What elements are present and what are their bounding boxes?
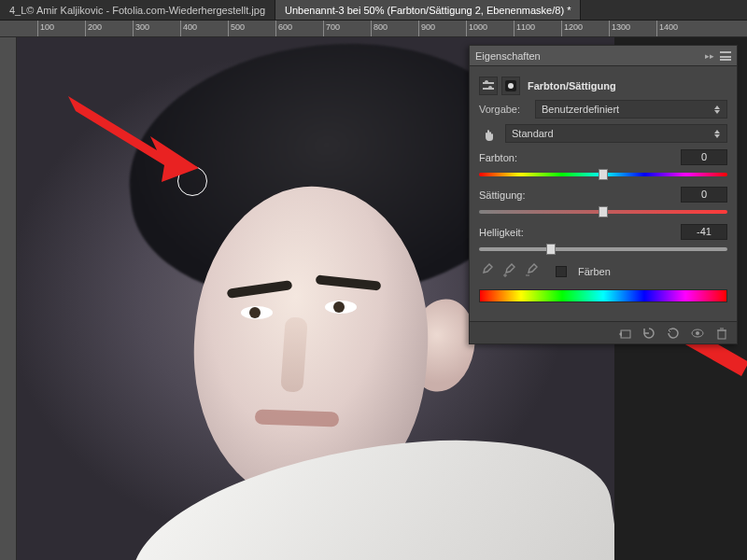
ruler-tick: 300 — [133, 21, 149, 36]
color-range-value: Standard — [512, 128, 554, 139]
svg-rect-2 — [621, 330, 630, 338]
eyedropper-icon[interactable] — [479, 263, 496, 280]
properties-panel: Eigenschaften ▸▸ Farbton/Sättigung Vorga… — [469, 45, 738, 344]
ruler-tick: 1300 — [609, 21, 630, 36]
ruler-tick: 100 — [37, 21, 54, 36]
hue-label: Farbton: — [479, 152, 517, 163]
layer-mask-icon[interactable] — [501, 77, 520, 95]
ruler-tick: 1000 — [466, 21, 487, 36]
lightness-value-input[interactable]: -41 — [681, 224, 727, 240]
preset-select[interactable]: Benutzerdefiniert — [535, 100, 727, 119]
eyedropper-add-icon[interactable] — [501, 263, 518, 280]
ruler-tick: 500 — [228, 21, 245, 36]
svg-rect-5 — [718, 330, 726, 339]
preset-label: Vorgabe: — [479, 104, 535, 115]
eyedropper-subtract-icon[interactable] — [524, 263, 541, 280]
adjustments-icon[interactable] — [479, 77, 498, 95]
tab-active[interactable]: Unbenannt-3 bei 50% (Farbton/Sättigung 2… — [275, 0, 581, 20]
svg-marker-0 — [68, 96, 199, 182]
ruler-vertical — [0, 37, 17, 560]
lightness-slider[interactable] — [479, 243, 727, 256]
clip-to-layer-icon[interactable] — [617, 327, 632, 340]
colorize-label: Färben — [578, 266, 611, 277]
annotation-arrow-icon — [68, 82, 208, 194]
ruler-tick: 800 — [371, 21, 388, 36]
lightness-label: Helligkeit: — [479, 227, 524, 238]
spectrum-bar — [479, 289, 727, 302]
hue-value-input[interactable]: 0 — [681, 149, 727, 165]
trash-icon[interactable] — [714, 327, 729, 340]
collapse-icon[interactable]: ▸▸ — [705, 51, 714, 61]
previous-state-icon[interactable] — [641, 327, 656, 340]
ruler-tick: 1200 — [561, 21, 583, 36]
adjustment-title: Farbton/Sättigung — [528, 80, 616, 91]
svg-point-4 — [696, 331, 699, 335]
document-tabs: 4_L© Amir Kaljikovic - Fotolia.com-Wiede… — [0, 0, 747, 21]
ruler-tick: 200 — [85, 21, 102, 36]
ruler-horizontal: 1002003004005006007008009001000110012001… — [0, 21, 747, 37]
ruler-tick: 1100 — [514, 21, 535, 36]
properties-header-label: Eigenschaften — [475, 50, 541, 62]
colorize-checkbox[interactable] — [556, 266, 567, 277]
ruler-tick: 1400 — [656, 21, 678, 36]
targeted-adjust-icon[interactable] — [479, 123, 500, 144]
saturation-slider[interactable] — [479, 205, 727, 218]
tab-inactive[interactable]: 4_L© Amir Kaljikovic - Fotolia.com-Wiede… — [0, 0, 275, 20]
ruler-tick: 600 — [275, 21, 292, 36]
visibility-icon[interactable] — [690, 327, 705, 340]
ruler-tick: 700 — [323, 21, 340, 36]
color-range-select[interactable]: Standard — [505, 124, 727, 143]
preset-value: Benutzerdefiniert — [542, 104, 619, 115]
properties-header[interactable]: Eigenschaften ▸▸ — [470, 46, 737, 66]
panel-footer — [470, 321, 737, 343]
reset-icon[interactable] — [666, 327, 681, 340]
saturation-value-input[interactable]: 0 — [681, 187, 727, 203]
hue-slider[interactable] — [479, 168, 727, 181]
panel-menu-icon[interactable] — [720, 51, 731, 61]
saturation-label: Sättigung: — [479, 189, 526, 201]
ruler-tick: 900 — [418, 21, 435, 36]
ruler-tick: 400 — [180, 21, 197, 36]
